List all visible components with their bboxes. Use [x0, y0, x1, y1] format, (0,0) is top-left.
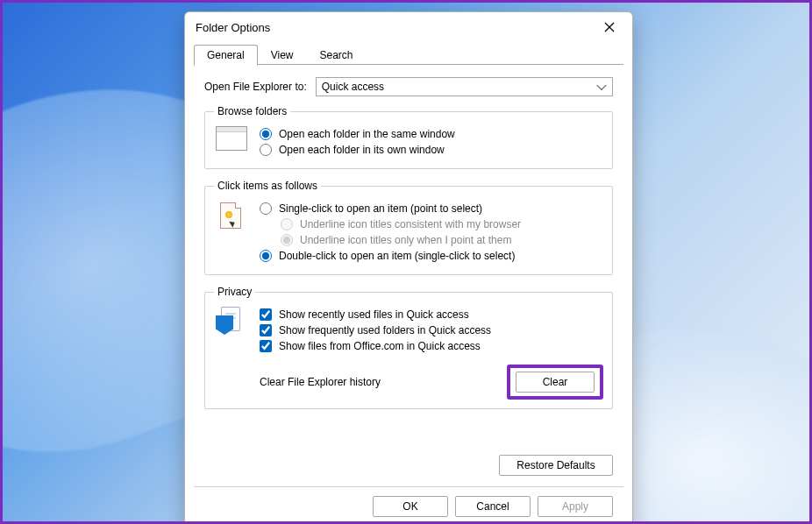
privacy-icon [214, 305, 249, 338]
radio-single-click-input[interactable] [260, 202, 272, 215]
radio-underline-point-input [281, 234, 293, 246]
check-recent-files-label: Show recently used files in Quick access [279, 308, 469, 321]
click-file-icon [214, 199, 249, 234]
tab-general[interactable]: General [194, 45, 258, 66]
radio-single-click-label: Single-click to open an item (point to s… [279, 202, 482, 215]
check-office-files[interactable]: Show files from Office.com in Quick acce… [260, 340, 603, 352]
tab-strip: General View Search [185, 42, 632, 65]
open-explorer-value: Quick access [322, 81, 384, 93]
radio-same-window-label: Open each folder in the same window [279, 128, 455, 140]
click-items-group: Click items as follows Single-click to o… [204, 180, 613, 275]
close-icon [604, 22, 615, 32]
radio-same-window[interactable]: Open each folder in the same window [260, 128, 603, 140]
title-bar: Folder Options [185, 12, 632, 42]
dialog-title: Folder Options [196, 21, 590, 34]
radio-same-window-input[interactable] [260, 128, 272, 140]
clear-history-label: Clear File Explorer history [260, 376, 507, 388]
check-frequent-folders-label: Show frequently used folders in Quick ac… [279, 324, 491, 336]
clear-history-row: Clear File Explorer history Clear [260, 365, 603, 400]
check-recent-files-input[interactable] [260, 308, 272, 321]
click-items-legend: Click items as follows [214, 180, 321, 192]
browse-folders-group: Browse folders Open each folder in the s… [204, 105, 613, 169]
tab-view[interactable]: View [258, 45, 307, 65]
radio-underline-point: Underline icon titles only when I point … [281, 234, 603, 246]
tab-content-general: Open File Explorer to: Quick access Brow… [185, 65, 632, 451]
check-office-files-label: Show files from Office.com in Quick acce… [279, 340, 481, 352]
check-frequent-folders[interactable]: Show frequently used folders in Quick ac… [260, 324, 603, 336]
close-button[interactable] [590, 14, 629, 40]
open-explorer-label: Open File Explorer to: [204, 81, 307, 93]
privacy-group: Privacy Show recently used files in Quic… [204, 286, 613, 409]
tab-search[interactable]: Search [307, 45, 367, 65]
open-explorer-row: Open File Explorer to: Quick access [204, 77, 613, 96]
ok-button[interactable]: OK [373, 496, 448, 517]
dialog-footer: OK Cancel Apply [194, 486, 623, 524]
folder-options-dialog: Folder Options General View Search Open … [184, 11, 633, 524]
radio-double-click-input[interactable] [260, 250, 272, 262]
apply-button[interactable]: Apply [538, 496, 613, 517]
radio-underline-consistent-label: Underline icon titles consistent with my… [300, 218, 521, 230]
restore-row: Restore Defaults [185, 451, 632, 476]
browse-folders-legend: Browse folders [214, 105, 290, 117]
restore-defaults-button[interactable]: Restore Defaults [499, 455, 613, 476]
radio-single-click[interactable]: Single-click to open an item (point to s… [260, 202, 603, 215]
cancel-button[interactable]: Cancel [455, 496, 531, 517]
radio-underline-consistent-input [281, 218, 293, 230]
clear-button[interactable]: Clear [516, 372, 595, 393]
radio-own-window-label: Open each folder in its own window [279, 144, 445, 156]
radio-own-window[interactable]: Open each folder in its own window [260, 144, 603, 156]
check-frequent-folders-input[interactable] [260, 324, 272, 336]
annotation-highlight: Clear [507, 365, 603, 400]
radio-double-click-label: Double-click to open an item (single-cli… [279, 250, 515, 262]
privacy-legend: Privacy [214, 286, 255, 298]
radio-underline-point-label: Underline icon titles only when I point … [300, 234, 511, 246]
radio-underline-consistent: Underline icon titles consistent with my… [281, 218, 603, 230]
check-recent-files[interactable]: Show recently used files in Quick access [260, 308, 603, 321]
radio-own-window-input[interactable] [260, 144, 272, 156]
radio-double-click[interactable]: Double-click to open an item (single-cli… [260, 250, 603, 262]
check-office-files-input[interactable] [260, 340, 272, 352]
open-explorer-combo[interactable]: Quick access [316, 77, 613, 96]
folder-window-icon [214, 124, 249, 151]
